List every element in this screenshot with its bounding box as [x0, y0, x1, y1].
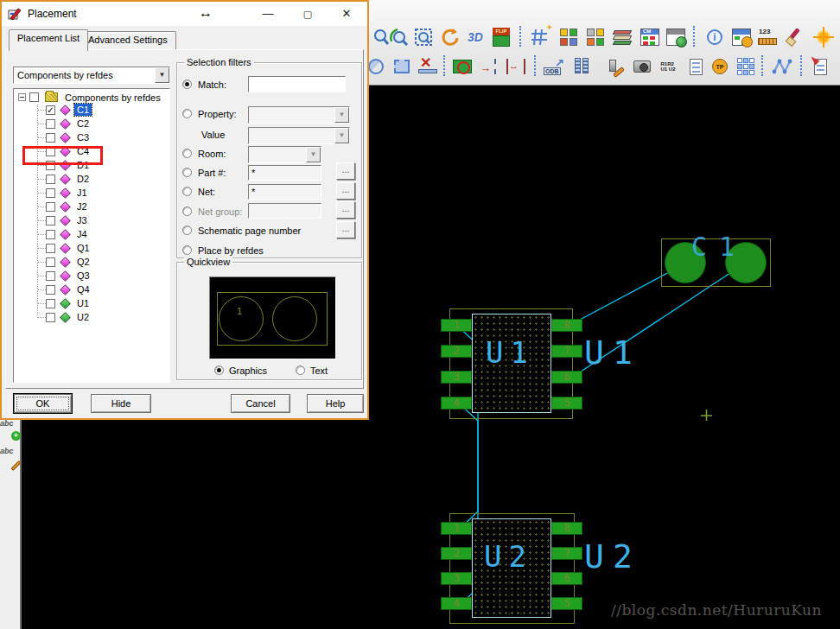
value-dropdown[interactable]: ▼: [248, 127, 350, 144]
part-radio[interactable]: [182, 168, 192, 177]
tree-item-label: J2: [74, 200, 90, 213]
checkbox-C2[interactable]: [46, 119, 55, 129]
tree-item-J3[interactable]: J3: [14, 213, 169, 227]
tree-item-J2[interactable]: J2: [14, 200, 169, 213]
component-icon-magenta: [60, 229, 71, 240]
component-icon-magenta: [60, 132, 71, 143]
tree-item-Q3[interactable]: Q3: [14, 269, 169, 283]
u2-pad-right-5[interactable]: 5: [551, 597, 582, 610]
checkbox-C3[interactable]: [46, 133, 55, 143]
maximize-button[interactable]: ▢: [296, 5, 319, 22]
tree-item-U1[interactable]: U1: [14, 296, 169, 310]
placement-list-page: Components by refdes ▼ Components by ref…: [5, 49, 364, 389]
u1-pad-left-1[interactable]: 1: [441, 319, 472, 332]
root-checkbox[interactable]: [29, 92, 39, 102]
text-radio[interactable]: [296, 365, 305, 375]
component-icon-magenta: [60, 243, 71, 254]
match-radio[interactable]: [182, 79, 192, 89]
component-icon-magenta: [60, 105, 71, 116]
close-button[interactable]: ✕: [335, 5, 358, 22]
u1-pad-left-3[interactable]: 3: [441, 371, 472, 384]
minimize-button[interactable]: —: [257, 5, 279, 22]
net-group-input[interactable]: [248, 203, 321, 219]
tree-item-C3[interactable]: C3: [14, 130, 169, 144]
net-group-radio[interactable]: [182, 206, 192, 216]
checkbox-D2[interactable]: [46, 175, 55, 184]
checkbox-U2[interactable]: [46, 313, 55, 322]
u2-pad-right-8[interactable]: 8: [551, 522, 582, 535]
u1-pad-right-8[interactable]: 8: [551, 319, 582, 332]
net-radio[interactable]: [182, 187, 192, 196]
component-icon-magenta: [60, 174, 71, 185]
u1-pad-right-5[interactable]: 5: [551, 397, 582, 410]
tree-item-label: J3: [74, 214, 90, 226]
component-icon-magenta: [60, 118, 71, 130]
u1-pad-left-2[interactable]: 2: [441, 345, 472, 358]
tree-item-Q2[interactable]: Q2: [14, 255, 169, 269]
property-radio[interactable]: [182, 109, 192, 118]
checkbox-J1[interactable]: [46, 188, 55, 198]
u2-pad-right-6[interactable]: 6: [551, 572, 582, 585]
tree-item-J1[interactable]: J1: [14, 186, 169, 200]
tree-item-C1[interactable]: ✓C1: [14, 103, 169, 117]
part-browse-button[interactable]: ...: [336, 162, 355, 180]
checkbox-J4[interactable]: [46, 230, 55, 239]
net-input[interactable]: [248, 184, 321, 200]
tree-root-row[interactable]: Components by refdes: [14, 89, 169, 103]
ok-button[interactable]: OK: [14, 394, 72, 413]
u1-pad-left-4[interactable]: 4: [441, 397, 472, 410]
tree-item-D2[interactable]: D2: [14, 172, 169, 186]
tree-item-Q4[interactable]: Q4: [14, 283, 169, 296]
schematic-browse-button[interactable]: ...: [336, 221, 355, 238]
tree-item-label: Q4: [74, 283, 92, 295]
u2-pad-left-4[interactable]: 4: [441, 597, 472, 610]
checkbox-J2[interactable]: [46, 202, 55, 212]
cancel-button[interactable]: Cancel: [231, 394, 290, 413]
chevron-down-icon[interactable]: ▼: [155, 67, 169, 83]
property-dropdown[interactable]: ▼: [248, 106, 350, 124]
place-by-refdes-radio[interactable]: [182, 245, 192, 255]
checkbox-Q1[interactable]: [46, 244, 55, 253]
u2-pad-right-7[interactable]: 7: [551, 547, 582, 560]
placement-dialog: Placement ↔ — ▢ ✕ Placement List Advance…: [0, 0, 369, 420]
tree-item-Q1[interactable]: Q1: [14, 241, 169, 255]
checkbox-C1[interactable]: ✓: [46, 105, 55, 115]
checkbox-Q4[interactable]: [46, 285, 55, 295]
dialog-titlebar[interactable]: Placement ↔ — ▢ ✕: [2, 2, 367, 26]
checkbox-U1[interactable]: [46, 299, 55, 308]
checkbox-Q2[interactable]: [46, 257, 55, 267]
tree-item-U2[interactable]: U2: [14, 310, 169, 324]
tree-item-J4[interactable]: J4: [14, 227, 169, 241]
u2-pad-left-2[interactable]: 2: [441, 547, 472, 560]
room-dropdown[interactable]: ▼: [248, 146, 321, 163]
u2-pad-left-3[interactable]: 3: [441, 572, 472, 585]
net-group-browse-button[interactable]: ...: [336, 201, 355, 219]
expand-collapse-icon[interactable]: [18, 93, 26, 101]
tree-item-C2[interactable]: C2: [14, 117, 169, 130]
graphics-radio[interactable]: [214, 365, 224, 375]
category-dropdown[interactable]: Components by refdes ▼: [13, 67, 170, 84]
tab-advanced-settings[interactable]: Advanced Settings: [80, 31, 176, 50]
u1-pad-right-7[interactable]: 7: [551, 345, 582, 358]
u2-pad-left-1[interactable]: 1: [441, 522, 472, 535]
part-input[interactable]: [248, 165, 321, 181]
room-radio[interactable]: [182, 149, 192, 158]
checkbox-Q3[interactable]: [46, 271, 55, 281]
group-title: Quickview: [184, 257, 232, 267]
tree-item-label: U2: [74, 311, 92, 323]
net-browse-button[interactable]: ...: [336, 182, 355, 200]
component-icon-magenta: [60, 201, 71, 213]
c1-label: C1: [691, 232, 747, 262]
checkbox-J3[interactable]: [46, 216, 55, 226]
hide-button[interactable]: Hide: [91, 394, 151, 413]
u1-pad-right-6[interactable]: 6: [551, 371, 582, 384]
component-tree[interactable]: Components by refdes ✓C1C2C3C4D1D2J1J2J3…: [13, 88, 170, 383]
tree-item-label: C2: [74, 118, 92, 130]
watermark: //blog.csdn.net/HururuKun: [611, 601, 822, 619]
match-input[interactable]: [248, 76, 346, 92]
component-icon-magenta: [60, 215, 71, 226]
tab-placement-list[interactable]: Placement List: [9, 29, 88, 51]
help-button[interactable]: Help: [307, 394, 364, 413]
selection-filters-group: Selection filters Match: Property: ▼ Val…: [176, 62, 362, 258]
schematic-page-radio[interactable]: [182, 226, 192, 235]
